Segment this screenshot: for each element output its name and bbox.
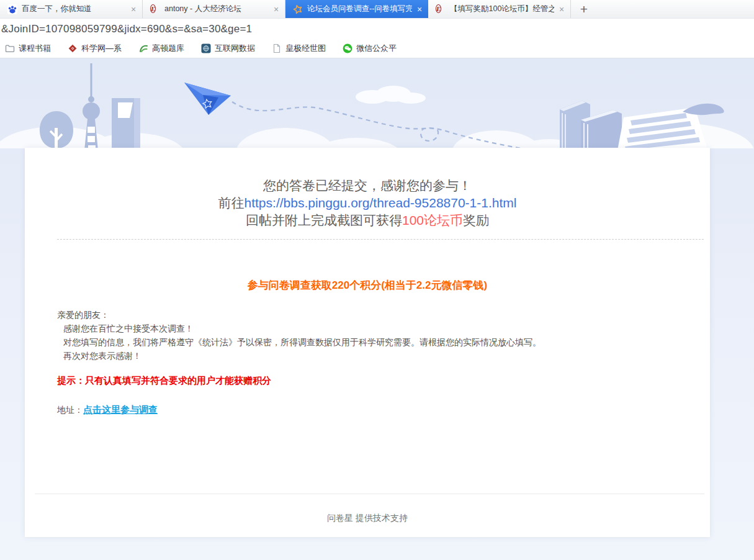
- close-icon[interactable]: ×: [415, 4, 424, 14]
- new-tab-button[interactable]: +: [571, 0, 597, 18]
- address-bar[interactable]: &JoinID=107098059799&jidx=690&s=&sa=30&g…: [0, 19, 754, 39]
- leaf-sprout-icon: [138, 43, 148, 53]
- bookmark-course-books[interactable]: 课程书籍: [5, 43, 51, 54]
- page-content: 您的答卷已经提交，感谢您的参与！ 前往https://bbs.pinggu.or…: [0, 58, 754, 560]
- footer-divider: [35, 494, 704, 494]
- paper-plane-icon: [184, 83, 231, 115]
- baidu-paw-icon: [7, 4, 17, 14]
- url-text: &JoinID=107098059799&jidx=690&s=&sa=30&g…: [1, 23, 252, 35]
- bookmark-wechat[interactable]: 微信公众平: [343, 43, 397, 54]
- tab-forum-antony[interactable]: E antony - 人大经济论坛 ×: [143, 0, 285, 18]
- survey-result-card: 您的答卷已经提交，感谢您的参与！ 前往https://bbs.pinggu.or…: [25, 148, 710, 537]
- cloud: [356, 86, 426, 104]
- tab-baidu[interactable]: 百度一下，你就知道 ×: [0, 0, 143, 18]
- tab-bar: 百度一下，你就知道 × E antony - 人大经济论坛 × 论坛会员问卷调查…: [0, 0, 754, 19]
- bookmark-label: 课程书籍: [19, 43, 51, 54]
- submit-message-line3: 回帖并附上完成截图可获得100论坛币奖励: [25, 212, 710, 229]
- address-row: 地址：点击这里参与调查: [57, 404, 158, 416]
- close-icon[interactable]: ×: [128, 4, 138, 14]
- salutation: 亲爱的朋友：: [57, 308, 688, 322]
- coin-reward-highlight: 100论坛币: [402, 213, 463, 227]
- bookmark-gaodun[interactable]: 高顿题库: [138, 43, 184, 54]
- address-label: 地址：: [57, 405, 83, 415]
- building: [112, 98, 140, 148]
- notice-text: 提示：只有认真填写并符合要求的用户才能获赠积分: [57, 375, 271, 387]
- survey-link[interactable]: 点击这里参与调查: [83, 404, 158, 415]
- dashed-divider: [57, 239, 704, 240]
- bookmarks-bar: 课程书籍 科学网—系 高顿题库: [0, 39, 754, 58]
- bookmark-internet-data[interactable]: 互联网数据: [201, 43, 255, 54]
- forum-e-icon: E: [436, 4, 446, 14]
- reply-suffix: 奖励: [463, 213, 489, 227]
- books: [560, 101, 622, 148]
- submit-message-line2: 前往https://bbs.pinggu.org/thread-9528870-…: [25, 194, 710, 212]
- bookmark-label: 科学网—系: [81, 43, 122, 54]
- star-icon: [293, 4, 303, 14]
- tab-title: antony - 人大经济论坛: [164, 4, 269, 14]
- header-illustration: [0, 58, 754, 148]
- body-line: 再次对您表示感谢！: [57, 349, 688, 363]
- reward-heading: 参与问卷调查获取220个积分(相当于2.2元微信零钱): [25, 278, 710, 292]
- bookmark-label: 高顿题库: [152, 43, 184, 54]
- bookmark-sciencenet[interactable]: 科学网—系: [68, 43, 122, 54]
- reply-prefix: 回帖并附上完成截图可获得: [246, 213, 402, 227]
- wechat-icon: [343, 43, 352, 53]
- bookmark-huangji[interactable]: 皇极经世图: [272, 43, 326, 54]
- tab-title: 百度一下，你就知道: [22, 4, 126, 14]
- bookmark-label: 皇极经世图: [285, 43, 326, 54]
- page-icon: [272, 43, 282, 53]
- bookmark-label: 互联网数据: [215, 43, 255, 54]
- thread-link[interactable]: https://bbs.pinggu.org/thread-9528870-1-…: [245, 196, 517, 210]
- globe-icon: [201, 43, 211, 53]
- forum-e-icon: E: [150, 4, 160, 14]
- bookmark-label: 微信公众平: [356, 43, 397, 54]
- body-line: 感谢您在百忙之中接受本次调查！: [57, 322, 688, 335]
- tab-survey-active[interactable]: 论坛会员问卷调查--问卷填写完 ×: [285, 0, 428, 18]
- submit-message: 您的答卷已经提交，感谢您的参与！ 前往https://bbs.pinggu.or…: [25, 177, 710, 229]
- sciencenet-diamond-icon: [68, 43, 78, 53]
- footer-credit: 问卷星 提供技术支持: [25, 513, 710, 524]
- close-icon[interactable]: ×: [557, 4, 567, 14]
- invitation-text: 亲爱的朋友： 感谢您在百忙之中接受本次调查！ 对您填写的信息，我们将严格遵守《统…: [57, 308, 688, 363]
- tab-title: 【填写奖励100论坛币】经管之: [450, 4, 554, 14]
- goto-prefix: 前往: [218, 196, 245, 210]
- submit-message-line1: 您的答卷已经提交，感谢您的参与！: [25, 177, 710, 194]
- folder-icon: [5, 43, 15, 53]
- body-line: 对您填写的信息，我们将严格遵守《统计法》予以保密，所得调查数据仅用于科学研究需要…: [57, 335, 688, 349]
- tab-title: 论坛会员问卷调查--问卷填写完: [307, 4, 412, 14]
- close-icon[interactable]: ×: [271, 4, 281, 14]
- tab-forum-reward[interactable]: E 【填写奖励100论坛币】经管之 ×: [428, 0, 571, 18]
- tree: [40, 111, 73, 148]
